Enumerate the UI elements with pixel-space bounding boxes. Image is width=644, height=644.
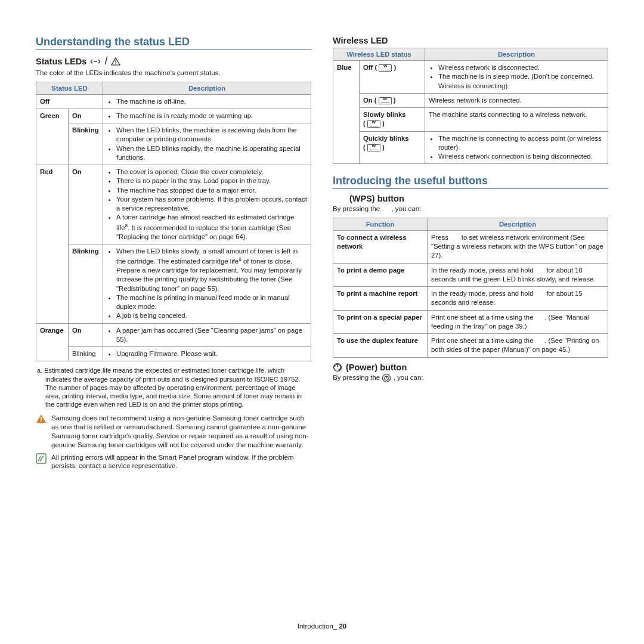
wireless-led-table: Wireless LED status Description Blue Off… (333, 48, 608, 164)
power-button-subheading: (Power) button (333, 363, 608, 372)
row-wireless-quick: Quickly blinks( ) (360, 131, 425, 164)
wps-quick-icon (367, 144, 380, 151)
right-column: Wireless LED Wireless LED status Descrip… (333, 36, 608, 474)
svg-point-4 (116, 63, 117, 64)
th-wireless-status: Wireless LED status (333, 48, 425, 61)
row-green-blinking: Blinking (69, 123, 103, 165)
status-leds-subheading: Status LEDs / (36, 55, 311, 67)
wps-on-icon (379, 97, 392, 104)
th-wireless-desc: Description (425, 48, 608, 61)
row-off-desc: The machine is off-line. (103, 94, 311, 109)
wps-off-icon (379, 64, 392, 72)
row-wireless-on-desc: Wireless network is connected. (425, 93, 608, 107)
heading-useful-buttons: Introducing the useful buttons (333, 175, 608, 189)
row-orange-on: On (69, 323, 103, 347)
svg-point-2 (97, 61, 98, 62)
power-inline-icon (382, 373, 391, 383)
row-red-label: Red (36, 165, 69, 324)
row-wireless-slow: Slowly blinks( ) (360, 108, 425, 132)
fn-demo-page: To print a demo page (333, 263, 428, 287)
page-footer: Introduction_ 20 (0, 623, 644, 630)
heading-status-led: Understanding the status LED (36, 36, 311, 50)
warning-triangle-icon (111, 57, 120, 66)
power-icon (333, 363, 342, 372)
th-function: Function (333, 218, 428, 230)
fn-machine-report-desc: In the ready mode, press and hold for ab… (428, 287, 608, 311)
power-intro-text: By pressing the , you can: (333, 373, 608, 383)
fn-connect-wireless: To connect a wireless network (333, 230, 428, 263)
footer-underscore: _ (333, 623, 337, 630)
fn-connect-wireless-desc: Press to set wireless network environmen… (428, 230, 608, 263)
note-icon (36, 453, 47, 471)
fn-machine-report: To print a machine report (333, 287, 428, 311)
warning-notice: Samsung does not recommend using a non-g… (36, 414, 311, 450)
left-column: Understanding the status LED Status LEDs… (36, 36, 311, 474)
row-green-on-desc: The machine is in ready mode or warming … (103, 109, 311, 123)
data-transfer-icon (90, 58, 101, 65)
wps-button-subheading: (WPS) button (333, 194, 608, 203)
info-notice: All printing errors will appear in the S… (36, 453, 311, 471)
fn-special-paper-desc: Print one sheet at a time using the . (S… (428, 310, 608, 334)
row-red-on-desc: The cover is opened. Close the cover com… (103, 165, 311, 244)
svg-rect-5 (41, 417, 42, 420)
warning-icon (36, 414, 47, 450)
row-orange-blinking-desc: Upgrading Firmware. Please wait. (103, 347, 311, 361)
row-orange-label: Orange (36, 323, 69, 361)
wireless-led-subheading: Wireless LED (333, 36, 608, 45)
wps-intro-text: By pressing the , you can: (333, 205, 608, 214)
svg-point-1 (95, 61, 97, 62)
row-off-label: Off (36, 94, 103, 109)
status-led-table: Status LED Description Off The machine i… (36, 82, 311, 362)
row-green-blinking-desc: When the LED blinks, the machine is rece… (103, 123, 311, 165)
th-description: Description (103, 82, 311, 94)
fn-duplex: To use the duplex feature (333, 334, 428, 358)
fn-special-paper: To print on a special paper (333, 310, 428, 334)
fn-demo-page-desc: In the ready mode, press and hold for ab… (428, 263, 608, 287)
status-intro-text: The color of the LEDs indicates the mach… (36, 69, 311, 78)
footnote-a: a. Estimated cartridge life means the ex… (36, 366, 311, 408)
svg-point-0 (94, 61, 95, 62)
wps-slow-icon (367, 120, 380, 128)
status-leds-label: Status LEDs (36, 57, 86, 66)
row-red-blinking: Blinking (69, 244, 103, 323)
row-green-label: Green (36, 109, 69, 165)
row-orange-on-desc: A paper jam has occurred (See "Clearing … (103, 323, 311, 347)
row-red-blinking-desc: When the LED blinks slowly, a small amou… (103, 244, 311, 323)
footer-label: Introduction (298, 623, 333, 630)
row-wireless-quick-desc: The machine is connecting to access poin… (425, 131, 608, 164)
row-wireless-on: On ( ) (360, 93, 425, 107)
wps-function-table: Function Description To connect a wirele… (333, 218, 608, 358)
svg-point-6 (41, 420, 42, 422)
fn-duplex-desc: Print one sheet at a time using the . (S… (428, 334, 608, 358)
row-wireless-off: Off ( ) (360, 61, 425, 94)
info-text: All printing errors will appear in the S… (51, 453, 311, 471)
power-button-label: (Power) button (346, 363, 407, 372)
row-wireless-off-desc: Wireless network is disconnected. The ma… (425, 61, 608, 94)
footer-page-number: 20 (339, 623, 346, 630)
row-orange-blinking: Blinking (69, 347, 103, 361)
th-function-desc: Description (428, 218, 608, 230)
th-status-led: Status LED (36, 82, 103, 94)
row-green-on: On (69, 109, 103, 123)
slash-icon: / (104, 55, 107, 67)
row-red-on: On (69, 165, 103, 244)
warning-text: Samsung does not recommend using a non-g… (51, 414, 311, 450)
row-blue-label: Blue (333, 61, 360, 164)
row-wireless-slow-desc: The machine starts connecting to a wirel… (425, 108, 608, 132)
